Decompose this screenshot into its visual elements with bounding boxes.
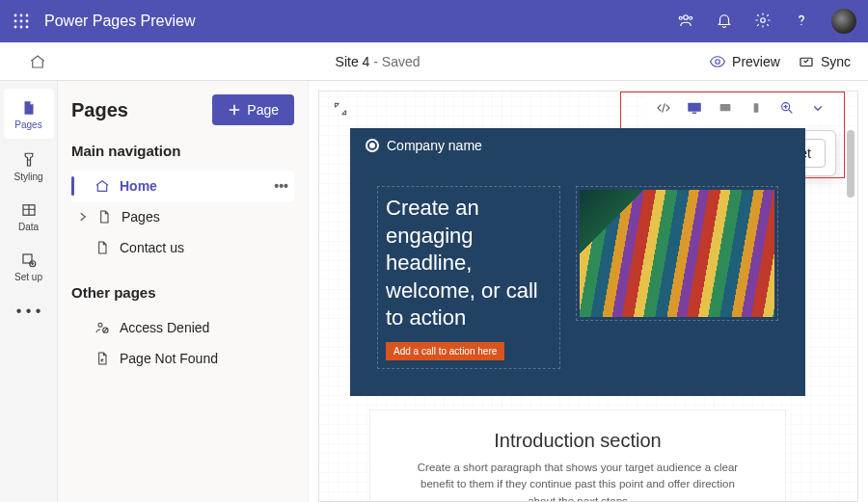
tree-item-contact[interactable]: Contact us <box>71 232 294 263</box>
tree-label: Pages <box>122 209 160 225</box>
svg-point-13 <box>800 24 802 26</box>
preview-button[interactable]: Preview <box>709 53 780 70</box>
user-avatar[interactable] <box>831 9 856 34</box>
tablet-view-icon[interactable] <box>717 99 734 117</box>
canvas-scrollbar[interactable] <box>846 130 855 495</box>
site-name: Site 4 <box>336 54 370 69</box>
chevron-right-icon[interactable] <box>77 211 89 223</box>
home-icon[interactable] <box>29 53 46 70</box>
hero-image <box>580 190 774 317</box>
tree-item-access-denied[interactable]: Access Denied <box>71 312 294 343</box>
setup-icon <box>19 251 39 270</box>
zoom-icon[interactable] <box>778 99 796 117</box>
svg-point-12 <box>761 18 766 23</box>
more-icon[interactable]: ••• <box>274 178 288 194</box>
global-header: Power Pages Preview <box>0 0 868 42</box>
intro-title: Introduction section <box>409 430 746 452</box>
svg-point-11 <box>690 16 692 19</box>
page-icon <box>96 209 114 225</box>
canvas-toolbar <box>645 92 836 124</box>
svg-point-0 <box>14 14 17 17</box>
code-view-icon[interactable] <box>655 99 672 117</box>
notifications-icon[interactable] <box>716 12 735 31</box>
page-icon <box>95 240 112 255</box>
tree-label: Home <box>120 178 157 194</box>
community-icon[interactable] <box>677 12 696 31</box>
svg-point-7 <box>20 26 23 29</box>
desktop-view-icon[interactable] <box>686 99 703 117</box>
panel-title: Pages <box>71 99 128 121</box>
rail-styling[interactable]: Styling <box>0 141 58 191</box>
rail-data-label: Data <box>18 222 39 232</box>
app-launcher-icon[interactable] <box>12 12 31 31</box>
svg-point-1 <box>20 14 23 17</box>
preview-label: Preview <box>732 54 780 69</box>
resize-diagonal-icon[interactable] <box>333 101 348 120</box>
rail-pages[interactable]: Pages <box>4 89 54 139</box>
hero-section[interactable]: Company name Create an engaging headline… <box>350 128 805 396</box>
pages-icon <box>19 98 39 118</box>
help-icon[interactable] <box>793 12 812 31</box>
svg-point-3 <box>14 20 17 23</box>
scrollbar-thumb[interactable] <box>847 130 854 198</box>
rail-styling-label: Styling <box>14 172 42 182</box>
hero-text-block[interactable]: Create an engaging headline, welcome, or… <box>377 186 560 369</box>
pages-panel: Pages Page Main navigation Home ••• Page… <box>58 81 309 502</box>
section-main-nav: Main navigation <box>71 143 294 159</box>
svg-point-6 <box>14 26 17 29</box>
command-bar: Site 4 - Saved Preview Sync <box>0 42 868 81</box>
svg-point-8 <box>26 26 29 29</box>
hero-headline: Create an engaging headline, welcome, or… <box>386 195 552 332</box>
hero-cta-button[interactable]: Add a call to action here <box>386 342 504 360</box>
design-canvas-area: 50% Reset Company name Create an engagin… <box>309 81 868 502</box>
svg-point-4 <box>20 20 23 23</box>
svg-rect-23 <box>720 104 731 111</box>
tree-item-home[interactable]: Home ••• <box>71 171 294 201</box>
sync-label: Sync <box>821 54 851 69</box>
section-other-pages: Other pages <box>71 284 294 301</box>
left-rail: Pages Styling Data Set up • • • <box>0 81 58 502</box>
page-error-icon <box>95 351 112 366</box>
data-icon <box>19 200 39 220</box>
sync-button[interactable]: Sync <box>798 53 851 70</box>
rail-pages-label: Pages <box>14 119 41 130</box>
radio-selected-icon[interactable] <box>366 139 379 152</box>
svg-point-14 <box>716 59 720 64</box>
svg-point-9 <box>684 15 689 20</box>
rail-data[interactable]: Data <box>0 191 58 241</box>
tree-label: Contact us <box>120 240 184 255</box>
tree-label: Access Denied <box>120 320 209 335</box>
intro-body: Create a short paragraph that shows your… <box>409 460 746 502</box>
chevron-down-icon[interactable] <box>809 99 827 117</box>
add-page-label: Page <box>247 102 279 118</box>
svg-point-10 <box>679 16 682 19</box>
company-name-label: Company name <box>387 138 482 153</box>
save-status: - Saved <box>369 54 420 69</box>
intro-section[interactable]: Introduction section Create a short para… <box>369 410 786 502</box>
rail-more[interactable]: • • • <box>16 295 41 328</box>
add-page-button[interactable]: Page <box>212 94 294 125</box>
svg-rect-21 <box>688 103 701 112</box>
app-title: Power Pages Preview <box>44 13 677 30</box>
access-denied-icon <box>95 320 112 335</box>
hero-image-slot[interactable] <box>576 186 778 321</box>
tree-label: Page Not Found <box>120 351 218 366</box>
settings-icon[interactable] <box>754 12 773 31</box>
svg-point-2 <box>26 14 29 17</box>
rail-setup[interactable]: Set up <box>0 241 58 291</box>
tree-item-not-found[interactable]: Page Not Found <box>71 343 294 374</box>
svg-point-5 <box>26 20 29 23</box>
rail-setup-label: Set up <box>14 272 42 282</box>
styling-icon <box>19 150 39 170</box>
svg-point-19 <box>98 323 102 327</box>
home-icon <box>95 178 112 194</box>
svg-rect-22 <box>692 113 697 115</box>
svg-rect-24 <box>754 103 759 112</box>
mobile-view-icon[interactable] <box>747 99 765 117</box>
tree-item-pages[interactable]: Pages <box>71 201 294 232</box>
